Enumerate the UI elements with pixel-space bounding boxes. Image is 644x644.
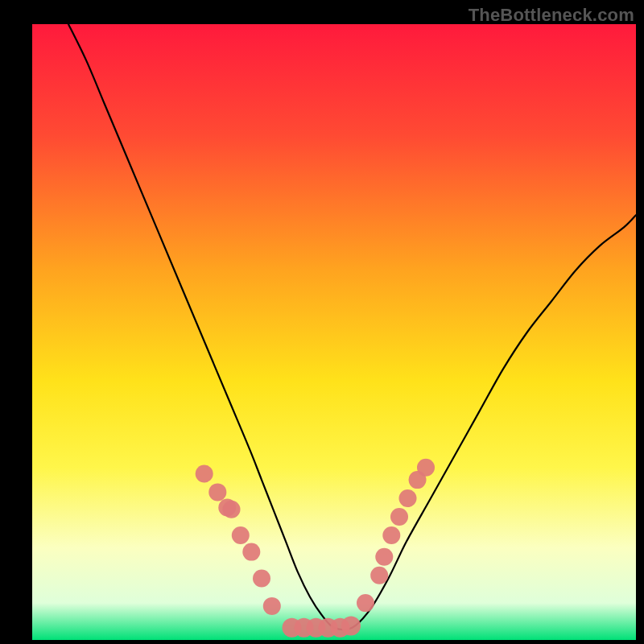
marker-left-markers bbox=[208, 483, 226, 501]
marker-left-markers bbox=[196, 465, 213, 483]
marker-right-markers bbox=[375, 548, 393, 566]
chart-container: TheBottleneck.com bbox=[0, 0, 644, 644]
marker-left-markers bbox=[232, 526, 250, 544]
marker-bottom-markers bbox=[341, 616, 361, 635]
marker-right-markers bbox=[382, 526, 400, 544]
bottleneck-chart bbox=[0, 0, 644, 644]
marker-right-markers bbox=[357, 594, 374, 612]
marker-right-markers bbox=[390, 508, 408, 526]
marker-left-markers bbox=[263, 597, 281, 615]
marker-left-markers bbox=[223, 501, 241, 518]
marker-right-markers bbox=[399, 489, 417, 507]
marker-right-markers bbox=[417, 459, 435, 477]
plot-background bbox=[32, 24, 636, 640]
marker-left-markers bbox=[253, 570, 270, 588]
marker-left-markers bbox=[242, 543, 260, 561]
marker-right-markers bbox=[370, 567, 388, 584]
